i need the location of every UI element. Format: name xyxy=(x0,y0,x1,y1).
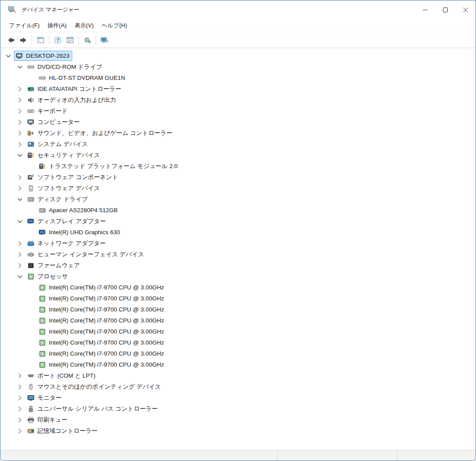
disk-drive-icon xyxy=(27,195,34,203)
window-controls xyxy=(415,0,476,19)
chevron-right-icon[interactable] xyxy=(16,97,23,104)
tree-item-label: Intel(R) Core(TM) i7-9700 CPU @ 3.00GHz xyxy=(49,284,164,291)
dvd-drive-icon xyxy=(38,74,46,82)
tree-item[interactable]: サウンド、ビデオ、およびゲーム コントローラー xyxy=(0,127,476,139)
tree-item[interactable]: Intel(R) Core(TM) i7-9700 CPU @ 3.00GHz xyxy=(0,304,476,315)
tree-item-label: Intel(R) UHD Graphics 630 xyxy=(49,229,120,236)
chevron-right-icon[interactable] xyxy=(16,262,23,269)
menu-file[interactable]: ファイル(F) xyxy=(5,20,44,31)
tree-item[interactable]: DESKTOP-2823 xyxy=(0,50,476,61)
tree-item[interactable]: Intel(R) Core(TM) i7-9700 CPU @ 3.00GHz xyxy=(0,337,476,348)
chevron-placeholder xyxy=(28,207,35,214)
scan-hardware-icon[interactable] xyxy=(98,34,111,46)
forward-arrow-icon[interactable] xyxy=(17,34,30,46)
chevron-placeholder xyxy=(28,350,35,357)
back-arrow-icon[interactable] xyxy=(5,34,17,46)
minimize-button[interactable] xyxy=(415,0,435,19)
processor-icon xyxy=(38,350,46,357)
chevron-right-icon[interactable] xyxy=(16,86,23,93)
tree-item[interactable]: セキュリティ デバイス xyxy=(0,150,476,161)
chevron-down-icon[interactable] xyxy=(16,273,23,280)
chevron-right-icon[interactable] xyxy=(16,141,23,148)
chevron-right-icon[interactable] xyxy=(16,130,23,137)
tree-item-label: ファームウェア xyxy=(37,262,80,270)
tree-item[interactable]: ネットワーク アダプター xyxy=(0,238,476,249)
chevron-right-icon[interactable] xyxy=(16,405,23,412)
properties-icon[interactable] xyxy=(64,34,76,46)
tree-item[interactable]: DVD/CD-ROM ドライブ xyxy=(0,61,476,72)
chevron-down-icon[interactable] xyxy=(16,218,23,225)
chevron-right-icon[interactable] xyxy=(16,185,23,192)
tree-item[interactable]: 印刷キュー xyxy=(0,414,476,425)
chevron-down-icon[interactable] xyxy=(16,152,23,159)
tree-item[interactable]: Intel(R) Core(TM) i7-9700 CPU @ 3.00GHz xyxy=(0,282,476,293)
tree-item[interactable]: マウスとそのほかのポインティング デバイス xyxy=(0,381,476,392)
tree-item[interactable]: プロセッサ xyxy=(0,271,476,282)
tree-item[interactable]: システム デバイス xyxy=(0,139,476,150)
menu-view[interactable]: 表示(V) xyxy=(71,20,97,31)
tree-item-content: Intel(R) Core(TM) i7-9700 CPU @ 3.00GHz xyxy=(37,293,167,304)
tree-item[interactable]: ソフトウェア デバイス xyxy=(0,183,476,194)
close-button[interactable] xyxy=(455,0,476,19)
chevron-right-icon[interactable] xyxy=(16,372,23,379)
tree-item[interactable]: HL-DT-ST DVDRAM GUE1N xyxy=(0,72,476,83)
chevron-right-icon[interactable] xyxy=(16,416,23,424)
tree-item[interactable]: Intel(R) Core(TM) i7-9700 CPU @ 3.00GHz xyxy=(0,315,476,326)
software-device-icon xyxy=(27,184,34,192)
chevron-right-icon[interactable] xyxy=(16,174,23,181)
storage-controller-icon xyxy=(27,427,34,435)
processor-icon xyxy=(38,328,46,335)
chevron-placeholder xyxy=(28,317,35,324)
chevron-down-icon[interactable] xyxy=(16,64,23,71)
tree-item[interactable]: Intel(R) Core(TM) i7-9700 CPU @ 3.00GHz xyxy=(0,359,476,370)
dvd-drive-icon xyxy=(27,63,34,71)
tree-item[interactable]: Intel(R) Core(TM) i7-9700 CPU @ 3.00GHz xyxy=(0,348,476,359)
processor-icon xyxy=(38,317,46,324)
tree-item[interactable]: Intel(R) UHD Graphics 630 xyxy=(0,227,476,238)
tree-item-label: DVD/CD-ROM ドライブ xyxy=(37,63,102,71)
tree-item[interactable]: コンピューター xyxy=(0,116,476,127)
tree-item-content: ヒューマン インターフェイス デバイス xyxy=(26,249,147,260)
chevron-right-icon[interactable] xyxy=(16,251,23,258)
help-icon[interactable]: ? xyxy=(52,34,64,46)
toolbar-separator xyxy=(96,36,96,45)
tree-item[interactable]: モニター xyxy=(0,392,476,403)
tree-item[interactable]: IDE ATA/ATAPI コントローラー xyxy=(0,83,476,94)
chevron-right-icon[interactable] xyxy=(16,240,23,247)
tree-item[interactable]: Intel(R) Core(TM) i7-9700 CPU @ 3.00GHz xyxy=(0,293,476,304)
toolbar-separator xyxy=(78,36,79,45)
tree-item[interactable]: ディスプレイ アダプター xyxy=(0,216,476,227)
chevron-right-icon[interactable] xyxy=(16,108,23,115)
tree-item[interactable]: ファームウェア xyxy=(0,260,476,271)
tree-item-content: キーボード xyxy=(26,106,70,116)
tree-item[interactable]: キーボード xyxy=(0,105,476,116)
chevron-down-icon[interactable] xyxy=(5,52,12,60)
tree-item[interactable]: Apacer AS2280P4 512GB xyxy=(0,205,476,216)
tree-item[interactable]: トラステッド プラットフォーム モジュール 2.0 xyxy=(0,161,476,172)
status-section-1 xyxy=(0,450,277,461)
tree-item[interactable]: Intel(R) Core(TM) i7-9700 CPU @ 3.00GHz xyxy=(0,326,476,337)
chevron-right-icon[interactable] xyxy=(16,383,23,390)
tree-item[interactable]: ユニバーサル シリアル バス コントローラー xyxy=(0,403,476,414)
tree-item[interactable]: オーディオの入力および出力 xyxy=(0,94,476,105)
audio-io-icon xyxy=(27,96,34,104)
update-driver-icon[interactable] xyxy=(81,34,93,46)
menu-help[interactable]: ヘルプ(H) xyxy=(98,20,131,31)
tree-item[interactable]: 記憶域コントローラー xyxy=(0,425,476,436)
console-tree-icon[interactable] xyxy=(34,34,47,46)
menu-action[interactable]: 操作(A) xyxy=(44,20,71,31)
tree-item-content: オーディオの入力および出力 xyxy=(26,95,119,105)
maximize-button[interactable] xyxy=(435,0,455,19)
chevron-right-icon[interactable] xyxy=(16,427,23,435)
tree-item[interactable]: ヒューマン インターフェイス デバイス xyxy=(0,249,476,260)
tree-item-content: Apacer AS2280P4 512GB xyxy=(37,205,120,215)
chevron-down-icon[interactable] xyxy=(16,196,23,203)
tree-item[interactable]: ディスク ドライブ xyxy=(0,194,476,205)
tree-item-content: Intel(R) Core(TM) i7-9700 CPU @ 3.00GHz xyxy=(37,337,167,348)
tree-item-content: ソフトウェア コンポーネント xyxy=(26,172,121,183)
tree-item[interactable]: ポート (COM と LPT) xyxy=(0,370,476,381)
chevron-right-icon[interactable] xyxy=(16,394,23,401)
chevron-right-icon[interactable] xyxy=(16,119,23,126)
tree-item[interactable]: ソフトウェア コンポーネント xyxy=(0,172,476,183)
tree-item-label: キーボード xyxy=(37,107,67,115)
